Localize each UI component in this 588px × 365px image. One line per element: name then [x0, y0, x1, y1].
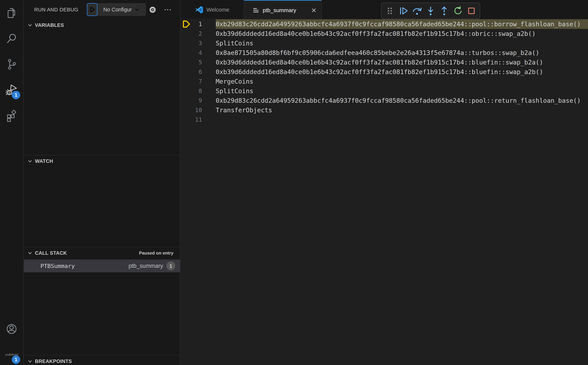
- list-icon: [252, 7, 260, 14]
- sidebar-title: RUN AND DEBUG: [34, 7, 78, 13]
- tab-welcome[interactable]: Welcome: [181, 0, 244, 19]
- notification-badge: 1: [12, 91, 20, 99]
- editor-area: Welcome ptb_summary 10xb29d83c26cdd2a649…: [181, 0, 588, 365]
- breakpoints-section-header[interactable]: BREAKPOINTS: [24, 355, 180, 365]
- activity-item-search[interactable]: [0, 26, 23, 51]
- code-line-6: 60xb39d6dddedd16ed8a40ce0b1e6b43c92acf0f…: [181, 67, 588, 77]
- step-over-button[interactable]: [411, 5, 423, 17]
- line-number: 1: [183, 19, 202, 29]
- step-into-button[interactable]: [425, 5, 437, 17]
- restart-button[interactable]: [452, 5, 464, 17]
- views-and-more-actions-button[interactable]: [164, 0, 172, 19]
- code-line-text[interactable]: MergeCoins: [216, 77, 253, 86]
- line-number: 6: [183, 67, 202, 77]
- activity-item-run-and-debug[interactable]: 1: [0, 77, 23, 103]
- call-stack-frame-row[interactable]: PTBSummary ptb_summary 1: [24, 260, 180, 272]
- code-line-text[interactable]: 0x8ae871505a80d8bf6bf9c05906cda6edfeea46…: [216, 48, 539, 57]
- continue-button[interactable]: [397, 5, 409, 17]
- activity-item-settings[interactable]: undefined1: [0, 342, 23, 365]
- code-line-text[interactable]: 0xb39d6dddedd16ed8a40ce0b1e6b43c92acf0ff…: [216, 57, 543, 67]
- frame-meta: ptb_summary 1: [128, 261, 175, 270]
- grip-icon: [384, 6, 395, 16]
- line-number: 4: [183, 48, 202, 57]
- configuration-dropdown[interactable]: No Configur: [98, 3, 146, 16]
- step-out-button[interactable]: [438, 5, 450, 17]
- frame-name: PTBSummary: [41, 263, 75, 269]
- chevron-down-icon: [134, 7, 140, 13]
- line-number: 11: [183, 115, 202, 124]
- start-debugging-button[interactable]: [87, 3, 98, 16]
- frame-line-badge: 1: [166, 261, 175, 270]
- account-icon: [5, 323, 18, 335]
- code-line-text[interactable]: 0xb39d6dddedd16ed8a40ce0b1e6b43c92acf0ff…: [216, 67, 543, 77]
- breakpoints-section-label: BREAKPOINTS: [35, 358, 72, 364]
- code-line-2: 20xb39d6dddedd16ed8a40ce0b1e6b43c92acf0f…: [181, 29, 588, 38]
- call-stack-section-header[interactable]: CALL STACK Paused on entry: [24, 247, 180, 259]
- close-icon[interactable]: [311, 7, 317, 14]
- step-over-icon: [412, 6, 422, 16]
- code-line-text[interactable]: 0xb29d83c26cdd2a64959263abbcfc4a6937f0c9…: [216, 19, 581, 29]
- debug-toolbar: [381, 3, 480, 19]
- breakpoints-section: BREAKPOINTS: [24, 355, 180, 365]
- chevron-down-icon: [27, 250, 33, 256]
- configuration-dropdown-label: No Configur: [103, 7, 132, 13]
- gear-icon: [149, 6, 157, 14]
- vscode-logo-icon: [195, 6, 204, 14]
- frame-file-name: ptb_summary: [128, 263, 163, 269]
- paused-status-text: Paused on entry: [139, 251, 173, 256]
- code-line-11: 11: [181, 115, 588, 124]
- vscode-window: 1 undefined1 RUN AND DEBUG No Configur V…: [0, 0, 588, 365]
- code-line-text[interactable]: SplitCoins: [216, 86, 253, 96]
- tab-welcome-label: Welcome: [206, 7, 229, 13]
- open-launch-json-button[interactable]: [149, 0, 157, 19]
- activity-item-explorer[interactable]: [0, 0, 23, 26]
- code-line-10: 10TransferObjects: [181, 105, 588, 115]
- chevron-down-icon: [27, 158, 33, 164]
- line-number: 9: [183, 96, 202, 105]
- chevron-down-icon: [27, 22, 33, 28]
- variables-section: VARIABLES: [24, 19, 180, 31]
- line-number: 8: [183, 86, 202, 96]
- activity-bar: 1 undefined1: [0, 0, 23, 365]
- variables-section-header[interactable]: VARIABLES: [24, 19, 180, 31]
- step-into-icon: [425, 6, 436, 16]
- code-line-1: 10xb29d83c26cdd2a64959263abbcfc4a6937f0c…: [181, 19, 588, 29]
- continue-icon: [398, 6, 409, 16]
- extensions-icon: [5, 110, 18, 122]
- stop-icon: [466, 6, 477, 16]
- line-number: 5: [183, 57, 202, 67]
- code-line-text[interactable]: 0xb39d6dddedd16ed8a40ce0b1e6b43c92acf0ff…: [216, 29, 536, 38]
- call-stack-section: CALL STACK Paused on entry PTBSummary pt…: [24, 247, 180, 355]
- drag-handle[interactable]: [384, 5, 396, 17]
- explorer-icon: [5, 7, 18, 19]
- code-line-text[interactable]: 0xb29d83c26cdd2a64959263abbcfc4a6937f0c9…: [216, 96, 581, 105]
- watch-section: WATCH: [24, 155, 180, 167]
- code-line-4: 40x8ae871505a80d8bf6bf9c05906cda6edfeea4…: [181, 48, 588, 57]
- activity-bar-bottom-group: undefined1: [0, 316, 23, 365]
- code-line-text[interactable]: TransferObjects: [216, 105, 272, 115]
- launch-configuration-widget: No Configur: [87, 3, 146, 16]
- run-and-debug-sidebar: RUN AND DEBUG No Configur VARIABLES: [24, 0, 180, 365]
- line-number: 7: [183, 77, 202, 86]
- activity-bar-top-group: 1: [0, 0, 23, 129]
- chevron-down-icon: [27, 358, 33, 364]
- activity-item-source-control[interactable]: [0, 51, 23, 77]
- variables-section-label: VARIABLES: [35, 22, 64, 28]
- play-icon: [88, 5, 96, 14]
- tab-ptb-summary-label: ptb_summary: [263, 7, 296, 14]
- restart-icon: [453, 6, 463, 16]
- code-line-5: 50xb39d6dddedd16ed8a40ce0b1e6b43c92acf0f…: [181, 57, 588, 67]
- line-number: 3: [183, 38, 202, 48]
- code-line-3: 3SplitCoins: [181, 38, 588, 48]
- code-line-8: 8SplitCoins: [181, 86, 588, 96]
- stop-button[interactable]: [466, 5, 477, 17]
- code-line-text[interactable]: SplitCoins: [216, 38, 253, 48]
- watch-section-header[interactable]: WATCH: [24, 155, 180, 167]
- tab-ptb-summary[interactable]: ptb_summary: [244, 0, 322, 20]
- line-number: 2: [183, 29, 202, 38]
- source-control-icon: [5, 58, 18, 70]
- ellipsis-icon: [164, 6, 172, 14]
- activity-item-extensions[interactable]: [0, 103, 23, 129]
- code-editor: 10xb29d83c26cdd2a64959263abbcfc4a6937f0c…: [181, 19, 588, 365]
- activity-item-account[interactable]: [0, 316, 23, 342]
